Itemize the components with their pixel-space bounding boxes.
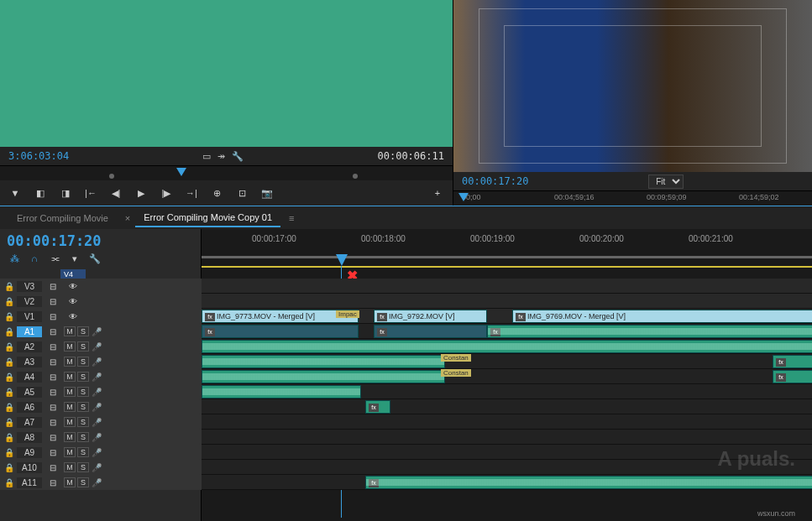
- track-target[interactable]: A9: [17, 447, 42, 458]
- lock-icon[interactable]: 🔒: [3, 418, 15, 427]
- sync-lock-icon[interactable]: ⊟: [44, 357, 62, 367]
- track-target[interactable]: A3: [17, 357, 42, 367]
- clip-audio[interactable]: [202, 355, 445, 368]
- sync-lock-icon[interactable]: ⊟: [44, 327, 62, 336]
- snap-icon[interactable]: ⁂: [7, 253, 22, 264]
- mute-button[interactable]: M: [64, 341, 76, 352]
- solo-button[interactable]: S: [77, 462, 89, 472]
- clip-video[interactable]: fxIMG_9769.MOV - Merged [V]: [512, 310, 812, 323]
- clip-video[interactable]: fxIMG_9792.MOV [V]: [374, 310, 487, 323]
- track-target[interactable]: A11: [17, 477, 42, 488]
- tab-error-compiling-movie[interactable]: Error Compiling Movie: [8, 210, 117, 227]
- transition-label[interactable]: Impac: [336, 310, 359, 318]
- track-lane-a7[interactable]: [202, 414, 812, 430]
- solo-button[interactable]: S: [77, 432, 89, 442]
- source-scrubber[interactable]: [0, 165, 453, 180]
- track-lane-a8[interactable]: [202, 430, 812, 445]
- solo-button[interactable]: S: [77, 417, 89, 427]
- track-target[interactable]: A1: [17, 326, 42, 337]
- timeline-ruler[interactable]: 00:00:17:00 00:00:18:00 00:00:19:00 00:0…: [202, 229, 812, 269]
- export-frame-button[interactable]: 📷: [260, 186, 274, 200]
- handle-dot[interactable]: [353, 174, 358, 179]
- wrench-icon[interactable]: 🔧: [232, 151, 244, 162]
- clip-audio[interactable]: [202, 385, 361, 399]
- step-icon[interactable]: ↠: [217, 151, 225, 162]
- lock-icon[interactable]: 🔒: [3, 448, 15, 457]
- solo-button[interactable]: S: [77, 477, 89, 487]
- track-target[interactable]: A10: [17, 462, 42, 473]
- source-in-timecode[interactable]: 3:06:03:04: [8, 150, 69, 162]
- mute-button[interactable]: M: [64, 417, 76, 427]
- solo-button[interactable]: S: [77, 326, 89, 336]
- voiceover-icon[interactable]: 🎤: [91, 418, 102, 427]
- program-timecode[interactable]: 00:00:17:20: [462, 175, 528, 187]
- lock-icon[interactable]: 🔒: [3, 403, 15, 412]
- eye-icon[interactable]: 👁: [64, 282, 82, 291]
- voiceover-icon[interactable]: 🎤: [91, 373, 102, 382]
- track-target[interactable]: A5: [17, 387, 42, 398]
- source-preview[interactable]: [0, 0, 453, 147]
- sync-lock-icon[interactable]: ⊟: [44, 433, 62, 442]
- lock-icon[interactable]: 🔒: [3, 297, 15, 306]
- clip-audio[interactable]: fx: [374, 325, 487, 338]
- solo-button[interactable]: S: [77, 357, 89, 367]
- track-lane-a6[interactable]: fx: [202, 399, 812, 414]
- track-lane-a4[interactable]: Constan fx: [202, 369, 812, 384]
- magnet-icon[interactable]: ∩: [27, 253, 42, 264]
- source-playhead[interactable]: [176, 168, 186, 176]
- marker-tool-icon[interactable]: ▾: [67, 253, 82, 264]
- track-lane-a5[interactable]: [202, 384, 812, 399]
- track-target[interactable]: A7: [17, 417, 42, 428]
- mute-button[interactable]: M: [64, 372, 76, 382]
- track-lane-v3[interactable]: [202, 279, 812, 294]
- clip-audio[interactable]: [202, 340, 812, 353]
- lock-icon[interactable]: 🔒: [3, 463, 15, 472]
- sync-lock-icon[interactable]: ⊟: [44, 312, 62, 321]
- lock-icon[interactable]: 🔒: [3, 327, 15, 336]
- link-icon[interactable]: ⫘: [47, 253, 62, 264]
- sync-lock-icon[interactable]: ⊟: [44, 463, 62, 472]
- lock-icon[interactable]: 🔒: [3, 433, 15, 442]
- in-button[interactable]: ◧: [34, 186, 47, 200]
- sync-lock-icon[interactable]: ⊟: [44, 282, 62, 291]
- sync-lock-icon[interactable]: ⊟: [44, 297, 62, 306]
- lock-icon[interactable]: 🔒: [3, 373, 15, 382]
- eye-icon[interactable]: 👁: [64, 312, 82, 321]
- sync-lock-icon[interactable]: ⊟: [44, 403, 62, 412]
- mute-button[interactable]: M: [64, 447, 76, 457]
- tab-menu-icon[interactable]: ≡: [289, 213, 294, 223]
- sync-lock-icon[interactable]: ⊟: [44, 418, 62, 427]
- step-back-button[interactable]: ◀|: [109, 186, 123, 200]
- track-lane-v1[interactable]: fxIMG_9773.MOV - Merged [V] Impac fxIMG_…: [202, 309, 812, 324]
- step-fwd-button[interactable]: |▶: [160, 186, 173, 200]
- voiceover-icon[interactable]: 🎤: [91, 388, 102, 397]
- mute-button[interactable]: M: [64, 477, 76, 487]
- voiceover-icon[interactable]: 🎤: [91, 478, 102, 487]
- voiceover-icon[interactable]: 🎤: [91, 433, 102, 442]
- clip-video[interactable]: fxIMG_9773.MOV - Merged [V]: [202, 310, 359, 323]
- voiceover-icon[interactable]: 🎤: [91, 463, 102, 472]
- mute-button[interactable]: M: [64, 326, 76, 336]
- track-target[interactable]: V1: [17, 311, 42, 322]
- voiceover-icon[interactable]: 🎤: [91, 342, 102, 352]
- track-target[interactable]: V2: [17, 296, 42, 307]
- track-lane-a1[interactable]: fx fx fx: [202, 324, 812, 339]
- source-out-timecode[interactable]: 00:00:06:11: [378, 150, 444, 162]
- out-button[interactable]: ◨: [59, 186, 72, 200]
- clip-audio[interactable]: fx: [487, 325, 812, 338]
- track-target[interactable]: A4: [17, 372, 42, 383]
- program-preview[interactable]: [453, 0, 812, 172]
- handle-dot[interactable]: [109, 174, 114, 179]
- overwrite-button[interactable]: ⊡: [235, 186, 249, 200]
- lock-icon[interactable]: 🔒: [3, 478, 15, 487]
- lock-icon[interactable]: 🔒: [3, 388, 15, 397]
- sync-lock-icon[interactable]: ⊟: [44, 373, 62, 382]
- work-area-bar[interactable]: [202, 256, 812, 258]
- clip-audio[interactable]: fx: [773, 370, 812, 383]
- voiceover-icon[interactable]: 🎤: [91, 403, 102, 412]
- mute-button[interactable]: M: [64, 387, 76, 397]
- mute-button[interactable]: M: [64, 432, 76, 442]
- sync-lock-icon[interactable]: ⊟: [44, 478, 62, 487]
- goto-out-button[interactable]: →|: [185, 186, 198, 200]
- solo-button[interactable]: S: [77, 402, 89, 412]
